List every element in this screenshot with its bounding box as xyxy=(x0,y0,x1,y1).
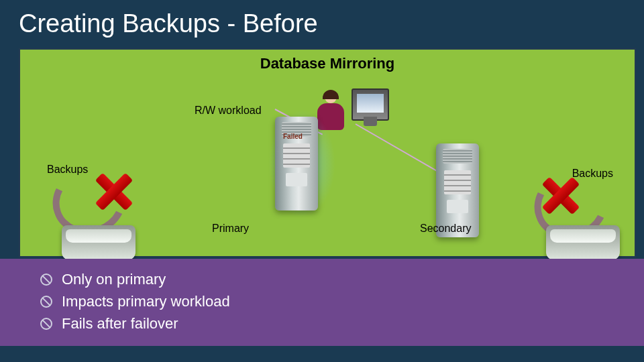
red-x-icon xyxy=(541,176,581,216)
disk-drive-icon xyxy=(546,225,620,260)
prohibit-icon xyxy=(40,274,52,286)
bullet-item: Impacts primary workload xyxy=(40,290,617,312)
slide-title: Creating Backups - Before xyxy=(19,9,318,38)
secondary-label: Secondary xyxy=(420,223,472,235)
primary-server-icon: Failed xyxy=(275,117,331,217)
slide: Creating Backups - Before Database Mirro… xyxy=(0,0,644,362)
prohibit-icon xyxy=(40,318,52,330)
bullet-text: Only on primary xyxy=(62,268,166,290)
monitor-stand-icon xyxy=(364,117,377,126)
diagram-panel: Database Mirroring R/W workload Failed xyxy=(19,48,636,257)
server-tower-icon xyxy=(275,117,318,210)
disk-drive-icon xyxy=(62,225,136,260)
monitor-icon xyxy=(352,88,389,121)
footer-panel: Only on primary Impacts primary workload… xyxy=(0,259,644,346)
bullet-item: Fails after failover xyxy=(40,312,617,335)
bullet-text: Impacts primary workload xyxy=(62,290,230,312)
red-x-icon xyxy=(94,172,134,212)
bullet-item: Only on primary xyxy=(40,268,617,290)
rw-workload-label: R/W workload xyxy=(195,105,262,117)
failed-badge: Failed xyxy=(283,133,303,140)
bullet-text: Fails after failover xyxy=(62,312,178,335)
diagram-heading: Database Mirroring xyxy=(260,55,395,72)
primary-label: Primary xyxy=(212,223,249,235)
title-accent-bar xyxy=(0,0,9,44)
prohibit-icon xyxy=(40,296,52,308)
